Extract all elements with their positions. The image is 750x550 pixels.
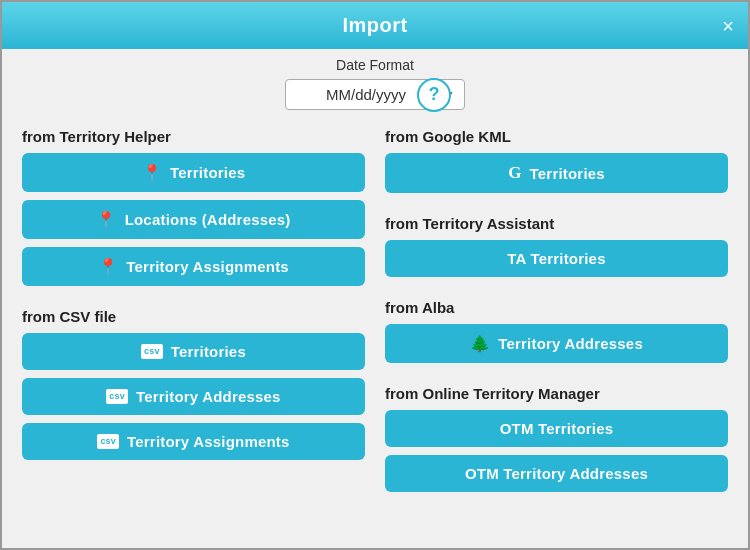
left-section2-label: from CSV file [22,308,365,325]
date-format-section: Date Format MM/dd/yyyy dd/MM/yyyy yyyy-M… [2,49,748,114]
right-section4-label: from Online Territory Manager [385,385,728,402]
csv-assignments-button[interactable]: csv Territory Assignments [22,423,365,460]
otm-addresses-button[interactable]: OTM Territory Addresses [385,455,728,492]
pin-icon-3: 📍 [98,257,118,276]
left-column: from Territory Helper 📍 Territories 📍 Lo… [22,114,365,532]
ta-territories-label: TA Territories [507,250,605,267]
csv-addresses-label: Territory Addresses [136,388,281,405]
pin-icon-2: 📍 [96,210,116,229]
date-format-label: Date Format [336,57,414,73]
right-section2-label: from Territory Assistant [385,215,728,232]
csv-territories-label: Territories [171,343,246,360]
right-column: from Google KML G Territories from Terri… [385,114,728,532]
kml-territories-button[interactable]: G Territories [385,153,728,193]
right-section3-label: from Alba [385,299,728,316]
th-assignments-label: Territory Assignments [126,258,289,275]
help-button[interactable]: ? [417,78,451,112]
otm-addresses-label: OTM Territory Addresses [465,465,648,482]
title-bar: Import × [2,2,748,49]
ta-territories-button[interactable]: TA Territories [385,240,728,277]
google-g-icon: G [508,163,521,183]
otm-territories-label: OTM Territories [500,420,614,437]
csv-icon-1: csv [141,344,163,359]
otm-territories-button[interactable]: OTM Territories [385,410,728,447]
import-dialog: Import × Date Format MM/dd/yyyy dd/MM/yy… [0,0,750,550]
csv-icon-2: csv [106,389,128,404]
pin-icon-1: 📍 [142,163,162,182]
left-section1-label: from Territory Helper [22,128,365,145]
dialog-title: Import [342,14,407,37]
th-locations-button[interactable]: 📍 Locations (Addresses) [22,200,365,239]
csv-territories-button[interactable]: csv Territories [22,333,365,370]
th-assignments-button[interactable]: 📍 Territory Assignments [22,247,365,286]
th-territories-button[interactable]: 📍 Territories [22,153,365,192]
kml-territories-label: Territories [530,165,605,182]
csv-addresses-button[interactable]: csv Territory Addresses [22,378,365,415]
alba-addresses-button[interactable]: 🌲 Territory Addresses [385,324,728,363]
right-section1-label: from Google KML [385,128,728,145]
th-locations-label: Locations (Addresses) [125,211,291,228]
content-area: from Territory Helper 📍 Territories 📍 Lo… [2,114,748,548]
alba-addresses-label: Territory Addresses [498,335,643,352]
tree-icon: 🌲 [470,334,490,353]
close-button[interactable]: × [722,16,734,36]
th-territories-label: Territories [170,164,245,181]
csv-icon-3: csv [97,434,119,449]
csv-assignments-label: Territory Assignments [127,433,290,450]
